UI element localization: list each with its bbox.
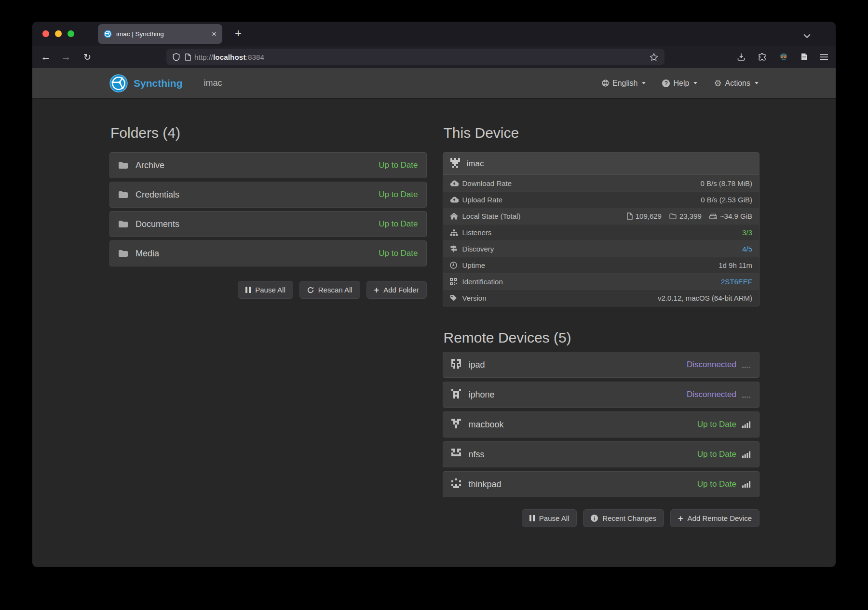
help-menu-label: Help (673, 79, 689, 88)
stat-value: 4/5 (742, 245, 752, 253)
pause-icon (529, 515, 535, 521)
bookmark-star-icon[interactable] (650, 53, 658, 61)
url-text: http://localhost:8384 (194, 53, 264, 61)
chevron-down-icon (642, 82, 646, 84)
local-state-values: 109,629 23,399 (627, 212, 752, 220)
local-state-files: 109,629 (627, 212, 662, 220)
reload-button[interactable]: ↻ (81, 51, 94, 63)
pause-all-folders-button[interactable]: Pause All (238, 281, 293, 299)
device-name: thinkpad (469, 479, 502, 490)
folder-status: Up to Date (379, 160, 418, 170)
new-tab-button[interactable]: + (231, 26, 245, 40)
forward-button[interactable]: → (60, 51, 72, 63)
pause-all-label: Pause All (255, 286, 285, 294)
home-icon (450, 212, 462, 220)
this-device-header[interactable]: imac (443, 153, 760, 175)
signal-dots-icon (742, 391, 751, 398)
stat-discovery: Discovery 4/5 (443, 240, 760, 257)
device-row-iphone[interactable]: iphone Disconnected (443, 382, 760, 408)
add-remote-device-button[interactable]: + Add Remote Device (670, 509, 760, 527)
stat-uptime: Uptime 1d 9h 11m (443, 257, 760, 273)
clock-icon (450, 262, 462, 269)
chevron-down-icon (755, 82, 759, 84)
remote-devices-title: Remote Devices (5) (444, 330, 760, 346)
back-button[interactable]: ← (40, 51, 52, 63)
local-state-directories: 23,399 (669, 212, 702, 220)
device-name: macbook (469, 420, 504, 430)
map-signs-icon (450, 245, 462, 252)
plus-icon: + (678, 514, 683, 523)
tab-title: imac | Syncthing (116, 30, 212, 38)
device-row-nfss[interactable]: nfss Up to Date (443, 441, 760, 467)
stat-value: v2.0.12, macOS (64-bit ARM) (658, 294, 752, 302)
masked-face-extension-icon[interactable] (779, 53, 788, 61)
help-menu[interactable]: ? Help (662, 79, 697, 88)
recent-changes-button[interactable]: i Recent Changes (583, 509, 664, 527)
refresh-icon (307, 287, 314, 293)
folder-name: Archive (136, 160, 164, 171)
reader-document-icon[interactable] (801, 53, 807, 61)
folder-status: Up to Date (379, 190, 418, 199)
device-status: Up to Date (697, 450, 736, 459)
cloud-download-icon (450, 180, 462, 186)
signal-dots-icon (742, 361, 751, 368)
close-window-button[interactable] (42, 30, 49, 37)
stat-label: Local State (Total) (462, 212, 521, 220)
minimize-window-button[interactable] (55, 30, 62, 37)
device-status: Up to Date (697, 420, 736, 429)
downloads-icon[interactable] (737, 53, 745, 61)
qrcode-icon (450, 278, 462, 285)
device-status: Up to Date (697, 479, 736, 489)
folder-row-archive[interactable]: Archive Up to Date (109, 152, 427, 178)
device-identicon (451, 419, 461, 430)
device-name: ipad (469, 360, 485, 370)
folder-name: Credentials (136, 190, 179, 200)
plus-icon: + (374, 286, 380, 294)
stat-label: Identification (462, 278, 503, 286)
stat-label: Download Rate (462, 179, 512, 187)
identification-link[interactable]: 2ST6EEF (721, 278, 752, 286)
device-identicon (451, 449, 461, 460)
hamburger-menu-icon[interactable] (820, 54, 828, 60)
device-row-ipad[interactable]: ipad Disconnected (443, 352, 760, 378)
folder-status: Up to Date (379, 219, 418, 229)
sitemap-icon (450, 229, 462, 236)
stat-label: Listeners (462, 228, 492, 237)
shield-icon[interactable] (173, 53, 180, 61)
syncthing-brand[interactable]: Syncthing (109, 74, 183, 93)
page-info-icon[interactable] (185, 53, 191, 61)
pause-all-devices-button[interactable]: Pause All (522, 509, 577, 527)
add-folder-button[interactable]: + Add Folder (366, 281, 427, 299)
folder-row-documents[interactable]: Documents Up to Date (109, 211, 427, 237)
device-identicon (451, 478, 461, 490)
folder-row-credentials[interactable]: Credentials Up to Date (109, 182, 427, 208)
rescan-all-button[interactable]: Rescan All (299, 281, 360, 299)
add-folder-label: Add Folder (383, 286, 419, 294)
device-row-thinkpad[interactable]: thinkpad Up to Date (443, 471, 760, 497)
screen: imac | Syncthing × + ← → ↻ http://localh… (0, 0, 868, 610)
device-row-macbook[interactable]: macbook Up to Date (443, 411, 760, 438)
language-menu[interactable]: English (602, 79, 646, 88)
brand-name: Syncthing (134, 78, 183, 89)
stat-value: 0 B/s (8.78 MiB) (700, 179, 752, 187)
url-bar[interactable]: http://localhost:8384 (166, 49, 665, 65)
actions-menu[interactable]: ⚙ Actions (714, 79, 759, 88)
folders-column: Folders (4) Archive Up to Date Credentia… (109, 125, 427, 567)
window-controls (42, 30, 74, 37)
file-icon (627, 212, 633, 220)
stat-identification: Identification 2ST6EEF (443, 273, 760, 290)
list-tabs-chevron-icon[interactable] (803, 31, 811, 40)
extensions-puzzle-icon[interactable] (758, 53, 766, 61)
active-tab[interactable]: imac | Syncthing × (98, 24, 222, 44)
device-status: Disconnected (687, 360, 736, 370)
actions-menu-label: Actions (725, 79, 750, 88)
cloud-upload-icon (450, 197, 462, 203)
folder-row-media[interactable]: Media Up to Date (109, 240, 427, 266)
pause-icon (245, 287, 251, 293)
stat-label: Discovery (462, 245, 494, 253)
chevron-down-icon (693, 82, 697, 84)
zoom-window-button[interactable] (68, 30, 74, 37)
info-icon: i (591, 515, 598, 522)
close-tab-icon[interactable]: × (212, 30, 217, 38)
folder-icon (118, 220, 128, 228)
